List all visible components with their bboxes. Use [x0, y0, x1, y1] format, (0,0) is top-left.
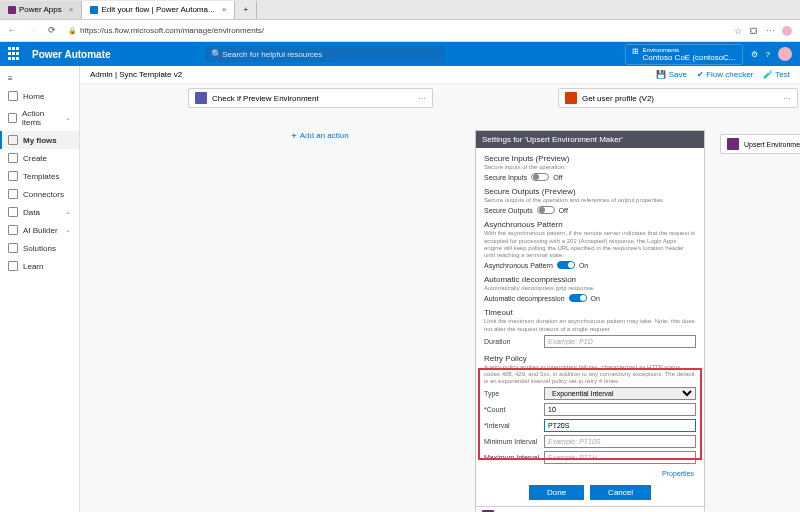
new-tab-button[interactable]: + — [235, 1, 257, 19]
card-user-profile[interactable]: Get user profile (V2)⋯ — [558, 88, 798, 108]
chevron-down-icon: ⌄ — [65, 114, 71, 122]
sidebar-item-ai-builder[interactable]: AI Builder⌄ — [0, 221, 79, 239]
retry-max-input[interactable] — [544, 451, 696, 464]
ai-icon — [8, 225, 18, 235]
add-action-button[interactable]: ＋ Add an action — [290, 130, 349, 141]
chevron-down-icon: ⌄ — [65, 226, 71, 234]
async-toggle[interactable] — [557, 261, 575, 269]
retry-type-select[interactable]: Exponential Interval — [544, 387, 696, 400]
card-upsert-abandoned[interactable]: Upsert Environment (abandoned) — [720, 134, 800, 154]
reading-icon[interactable]: ⛋ — [750, 26, 760, 36]
waffle-icon[interactable] — [8, 47, 22, 61]
plus-icon: ＋ — [290, 131, 298, 140]
templates-icon — [8, 171, 18, 181]
done-button[interactable]: Done — [529, 485, 584, 500]
duration-input[interactable] — [544, 335, 696, 348]
card-upsert-environment[interactable]: Upsert Environment⋯ — [475, 506, 705, 512]
search-box[interactable]: 🔍 — [205, 46, 445, 62]
flow-canvas[interactable]: Check if Preview Environment⋯ Get user p… — [80, 84, 800, 512]
ellipsis-icon[interactable]: ⋯ — [418, 94, 426, 103]
card-check-preview[interactable]: Check if Preview Environment⋯ — [188, 88, 433, 108]
address-bar: ← → ⟳ 🔒https://us.flow.microsoft.com/man… — [0, 20, 800, 42]
browser-tab-flow[interactable]: Edit your flow | Power Automa...× — [82, 1, 235, 19]
search-input[interactable] — [222, 50, 439, 59]
sidebar-hamburger[interactable]: ≡ — [0, 70, 79, 87]
retry-count-input[interactable] — [544, 403, 696, 416]
browser-tab-powerapps[interactable]: Power Apps× — [0, 1, 82, 19]
home-icon — [8, 91, 18, 101]
app-header: Power Automate 🔍 ⊞ EnvironmentsContoso C… — [0, 42, 800, 66]
menu-icon[interactable]: ⋯ — [766, 26, 776, 36]
action-icon — [8, 113, 17, 123]
settings-panel: Settings for 'Upsert Environment Maker' … — [475, 130, 705, 512]
decompression-toggle[interactable] — [569, 294, 587, 302]
command-bar: Admin | Sync Template v2 💾 Save ✔ Flow c… — [80, 66, 800, 84]
retry-interval-input[interactable] — [544, 419, 696, 432]
sidebar-item-home[interactable]: Home — [0, 87, 79, 105]
lock-icon: 🔒 — [68, 27, 77, 35]
sidebar-item-data[interactable]: Data⌄ — [0, 203, 79, 221]
chevron-down-icon: ⌄ — [65, 208, 71, 216]
sidebar-item-templates[interactable]: Templates — [0, 167, 79, 185]
test-button[interactable]: 🧪 Test — [763, 70, 790, 79]
settings-title: Settings for 'Upsert Environment Maker' — [476, 131, 704, 148]
brand-label: Power Automate — [32, 49, 111, 60]
sidebar-item-create[interactable]: Create — [0, 149, 79, 167]
cds-icon — [727, 138, 739, 150]
ellipsis-icon[interactable]: ⋯ — [783, 94, 791, 103]
environment-icon: ⊞ — [632, 47, 639, 62]
sidebar-item-action-items[interactable]: Action items⌄ — [0, 105, 79, 131]
data-icon — [8, 207, 18, 217]
office-icon — [565, 92, 577, 104]
secure-outputs-toggle[interactable] — [537, 206, 555, 214]
sidebar-item-connectors[interactable]: Connectors — [0, 185, 79, 203]
environment-picker[interactable]: ⊞ EnvironmentsContoso CoE (contosoC... — [625, 44, 743, 65]
connectors-icon — [8, 189, 18, 199]
secure-inputs-toggle[interactable] — [531, 173, 549, 181]
browser-avatar[interactable] — [782, 26, 792, 36]
breadcrumb[interactable]: Admin | Sync Template v2 — [90, 70, 182, 79]
forward-icon[interactable]: → — [28, 25, 40, 37]
learn-icon — [8, 261, 18, 271]
sidebar-item-my-flows[interactable]: My flows — [0, 131, 79, 149]
sidebar: ≡ Home Action items⌄ My flows Create Tem… — [0, 66, 80, 512]
url-text[interactable]: 🔒https://us.flow.microsoft.com/manage/en… — [68, 26, 726, 35]
back-icon[interactable]: ← — [8, 25, 20, 37]
condition-icon — [195, 92, 207, 104]
retry-min-input[interactable] — [544, 435, 696, 448]
refresh-icon[interactable]: ⟳ — [48, 25, 60, 37]
user-avatar[interactable] — [778, 47, 792, 61]
flow-checker-button[interactable]: ✔ Flow checker — [697, 70, 753, 79]
solutions-icon — [8, 243, 18, 253]
properties-link[interactable]: Properties — [486, 470, 694, 477]
close-icon[interactable]: × — [222, 5, 227, 14]
flows-icon — [8, 135, 18, 145]
help-icon[interactable]: ? — [766, 50, 770, 59]
browser-tabs: Power Apps× Edit your flow | Power Autom… — [0, 0, 800, 20]
favorite-icon[interactable]: ☆ — [734, 26, 744, 36]
sidebar-item-learn[interactable]: Learn — [0, 257, 79, 275]
close-icon[interactable]: × — [69, 5, 74, 14]
sidebar-item-solutions[interactable]: Solutions — [0, 239, 79, 257]
save-button[interactable]: 💾 Save — [656, 70, 686, 79]
cancel-button[interactable]: Cancel — [590, 485, 651, 500]
create-icon — [8, 153, 18, 163]
gear-icon[interactable]: ⚙ — [751, 50, 758, 59]
